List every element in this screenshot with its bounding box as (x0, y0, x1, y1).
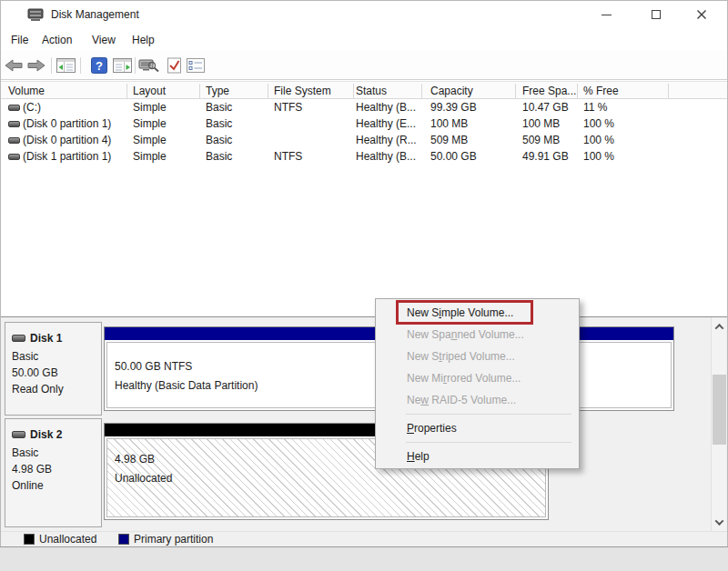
table-row[interactable]: (Disk 0 partition 4) Simple Basic Health… (1, 132, 727, 148)
volume-table-header: Volume Layout Type File System Status Ca… (1, 81, 727, 99)
maximize-icon (652, 10, 661, 19)
disk-management-icon (27, 8, 44, 22)
volume-icon (8, 105, 20, 111)
legend-unallocated-label: Unallocated (39, 533, 96, 546)
cell-pctfree: 11 % (583, 101, 607, 115)
legend-primary-partition: Primary partition (118, 533, 213, 546)
cell-filesystem: NTFS (274, 150, 302, 165)
column-header-capacity[interactable]: Capacity (430, 85, 473, 99)
close-icon (696, 9, 707, 20)
cell-type: Basic (206, 134, 232, 148)
cell-layout: Simple (133, 150, 167, 165)
svg-text:?: ? (96, 59, 103, 73)
computer-search-button[interactable] (138, 55, 160, 75)
scrollbar-thumb[interactable] (713, 375, 726, 445)
cell-freespace: 509 MB (522, 134, 560, 148)
disk1-status: Read Only (12, 381, 101, 397)
forward-button[interactable] (25, 55, 47, 75)
close-button[interactable] (681, 1, 723, 28)
cell-filesystem: NTFS (274, 101, 302, 115)
cell-type: Basic (206, 150, 232, 165)
legend-primary-label: Primary partition (134, 533, 213, 546)
disk-icon (12, 335, 25, 342)
cell-pctfree: 100 % (583, 150, 614, 165)
table-row[interactable]: (Disk 0 partition 1) Simple Basic Health… (1, 115, 727, 132)
cell-pctfree: 100 % (583, 134, 614, 148)
scroll-up-button[interactable] (712, 319, 727, 335)
computer-search-icon (138, 57, 160, 74)
minimize-button[interactable] (585, 1, 627, 28)
cell-volume: (Disk 1 partition 1) (23, 150, 111, 165)
menu-separator (406, 414, 571, 415)
cell-layout: Simple (133, 117, 167, 132)
toolbar: ? (1, 51, 727, 80)
check-document-button[interactable] (163, 55, 185, 75)
disk2-unallocated-label: Unallocated (115, 469, 545, 488)
toolbar-separator (51, 57, 52, 74)
disk-icon (12, 431, 25, 438)
column-header-pctfree[interactable]: % Free (583, 85, 619, 99)
disk1-header[interactable]: Disk 1 Basic 50.00 GB Read Only (5, 322, 102, 416)
menu-file[interactable]: File (8, 31, 31, 49)
column-header-layout[interactable]: Layout (133, 85, 166, 99)
cell-volume: (C:) (23, 101, 41, 115)
column-header-volume[interactable]: Volume (8, 85, 45, 99)
column-header-status[interactable]: Status (356, 85, 387, 99)
disk2-name: Disk 2 (30, 428, 62, 441)
title-bar: Disk Management (1, 1, 727, 28)
cell-freespace: 100 MB (522, 117, 560, 132)
action-pane-icon (113, 58, 132, 73)
action-pane-button[interactable] (111, 55, 133, 75)
menu-help[interactable]: Help (129, 31, 157, 49)
menu-item-new-spanned-volume[interactable]: New Spanned Volume... (376, 324, 579, 346)
disk2-size: 4.98 GB (12, 461, 101, 477)
legend-bar: Unallocated Primary partition (1, 531, 727, 546)
vertical-scrollbar[interactable] (711, 317, 726, 532)
cell-pctfree: 100 % (583, 117, 614, 132)
menu-item-new-mirrored-volume[interactable]: New Mirrored Volume... (376, 367, 579, 389)
chevron-up-icon (715, 324, 724, 333)
properties-list-button[interactable] (185, 55, 207, 75)
forward-icon (27, 58, 46, 73)
check-document-icon (167, 57, 182, 74)
disk1-size: 50.00 GB (12, 365, 101, 381)
cell-layout: Simple (133, 101, 167, 115)
menu-item-new-simple-volume[interactable]: New Simple Volume... (376, 302, 579, 324)
disk2-header[interactable]: Disk 2 Basic 4.98 GB Online (5, 418, 102, 527)
menu-view[interactable]: View (89, 31, 118, 49)
back-button[interactable] (3, 55, 25, 75)
background-band (0, 546, 728, 571)
column-header-freespace[interactable]: Free Spa... (522, 85, 576, 99)
unallocated-swatch-icon (24, 534, 35, 545)
menu-item-help[interactable]: Help (376, 446, 579, 467)
maximize-button[interactable] (635, 1, 677, 28)
cell-volume: (Disk 0 partition 1) (23, 117, 111, 132)
column-header-type[interactable]: Type (206, 85, 229, 99)
column-header-filesystem[interactable]: File System (274, 85, 331, 99)
disk1-name: Disk 1 (30, 332, 62, 345)
back-icon (5, 58, 23, 73)
help-button[interactable]: ? (88, 55, 110, 75)
help-icon: ? (91, 57, 107, 74)
console-tree-button[interactable] (55, 55, 76, 75)
disk2-status: Online (12, 477, 101, 494)
table-row[interactable]: (Disk 1 partition 1) Simple Basic NTFS H… (1, 148, 727, 165)
properties-list-icon (187, 58, 205, 73)
cell-layout: Simple (133, 134, 167, 148)
cell-capacity: 99.39 GB (430, 101, 477, 115)
menu-separator (406, 442, 571, 443)
cell-capacity: 509 MB (430, 134, 468, 148)
console-tree-icon (56, 58, 76, 73)
cell-status: Healthy (B... (356, 150, 416, 165)
menu-action[interactable]: Action (39, 31, 75, 49)
menu-item-new-raid5-volume[interactable]: New RAID-5 Volume... (376, 389, 579, 411)
chevron-down-icon (715, 516, 724, 526)
cell-freespace: 49.91 GB (522, 150, 569, 165)
cell-status: Healthy (E... (356, 117, 416, 132)
menu-item-properties[interactable]: Properties (376, 417, 579, 439)
menu-item-new-striped-volume[interactable]: New Striped Volume... (376, 346, 579, 367)
table-row[interactable]: (C:) Simple Basic NTFS Healthy (B... 99.… (1, 99, 727, 115)
context-menu: New Simple Volume... New Spanned Volume.… (375, 298, 580, 469)
scroll-down-button[interactable] (712, 515, 727, 530)
cell-status: Healthy (B... (356, 101, 416, 115)
